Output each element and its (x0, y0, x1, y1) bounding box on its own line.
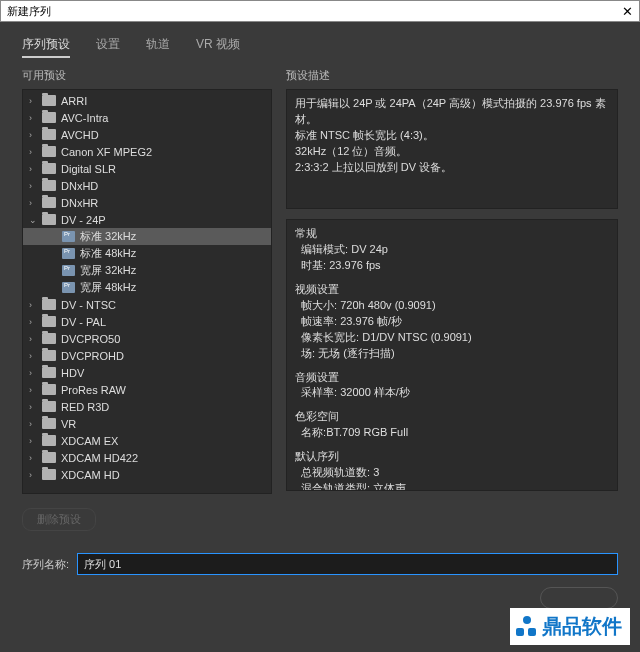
watermark: 鼎品软件 (510, 608, 630, 645)
tree-folder[interactable]: ›DV - NTSC (23, 296, 271, 313)
tree-item-label: DV - NTSC (61, 299, 116, 311)
tree-item-label: DVCPRO50 (61, 333, 120, 345)
preset-description-box: 用于编辑以 24P 或 24PA（24P 高级）模式拍摄的 23.976 fps… (286, 89, 618, 209)
chevron-right-icon: › (29, 198, 39, 208)
tree-item-label: Digital SLR (61, 163, 116, 175)
tree-item-label: AVC-Intra (61, 112, 108, 124)
watermark-text: 鼎品软件 (542, 613, 622, 640)
ok-button[interactable] (540, 587, 618, 609)
tab-1[interactable]: 设置 (96, 36, 120, 58)
watermark-logo-icon (516, 616, 538, 638)
tree-folder[interactable]: ›ProRes RAW (23, 381, 271, 398)
tree-folder[interactable]: ›Digital SLR (23, 160, 271, 177)
tree-item-label: AVCHD (61, 129, 99, 141)
tree-preset[interactable]: 标准 48kHz (23, 245, 271, 262)
tree-folder[interactable]: ›DNxHD (23, 177, 271, 194)
description-line: 用于编辑以 24P 或 24PA（24P 高级）模式拍摄的 23.976 fps… (295, 96, 609, 128)
chevron-right-icon: › (29, 317, 39, 327)
detail-group: 视频设置 帧大小: 720h 480v (0.9091) 帧速率: 23.976… (295, 282, 609, 362)
description-line: 标准 NTSC 帧长宽比 (4:3)。 (295, 128, 609, 144)
detail-heading: 视频设置 (295, 282, 609, 298)
tree-folder[interactable]: ›DVCPROHD (23, 347, 271, 364)
tree-preset[interactable]: 标准 32kHz (23, 228, 271, 245)
tree-item-label: ARRI (61, 95, 87, 107)
folder-icon (42, 112, 56, 123)
folder-icon (42, 129, 56, 140)
chevron-right-icon: › (29, 470, 39, 480)
close-icon[interactable]: ✕ (622, 4, 633, 19)
folder-icon (42, 146, 56, 157)
description-line: 2:3:3:2 上拉以回放到 DV 设备。 (295, 160, 609, 176)
detail-heading: 色彩空间 (295, 409, 609, 425)
chevron-right-icon: › (29, 113, 39, 123)
tree-item-label: DV - 24P (61, 214, 106, 226)
tree-item-label: DVCPROHD (61, 350, 124, 362)
folder-icon (42, 350, 56, 361)
detail-line: 场: 无场 (逐行扫描) (295, 346, 609, 362)
folder-icon (42, 401, 56, 412)
preset-details-box: 常规 编辑模式: DV 24p 时基: 23.976 fps视频设置 帧大小: … (286, 219, 618, 491)
detail-group: 默认序列 总视频轨道数: 3 混合轨道类型: 立体声 音频轨道: (295, 449, 609, 491)
tree-folder[interactable]: ›AVC-Intra (23, 109, 271, 126)
tree-item-label: XDCAM HD422 (61, 452, 138, 464)
tree-folder[interactable]: ›AVCHD (23, 126, 271, 143)
detail-line: 名称:BT.709 RGB Full (295, 425, 609, 441)
folder-icon (42, 367, 56, 378)
tab-0[interactable]: 序列预设 (22, 36, 70, 58)
tree-item-label: XDCAM EX (61, 435, 118, 447)
preset-icon (62, 231, 75, 242)
chevron-right-icon: › (29, 351, 39, 361)
folder-icon (42, 95, 56, 106)
detail-line: 总视频轨道数: 3 (295, 465, 609, 481)
folder-icon (42, 452, 56, 463)
tree-folder[interactable]: ›XDCAM EX (23, 432, 271, 449)
tree-folder[interactable]: ›DVCPRO50 (23, 330, 271, 347)
tree-folder[interactable]: ›Canon XF MPEG2 (23, 143, 271, 160)
tab-3[interactable]: VR 视频 (196, 36, 240, 58)
tree-folder[interactable]: ›DV - PAL (23, 313, 271, 330)
tree-item-label: DNxHR (61, 197, 98, 209)
tree-folder[interactable]: ›VR (23, 415, 271, 432)
tree-preset[interactable]: 宽屏 32kHz (23, 262, 271, 279)
folder-icon (42, 316, 56, 327)
tree-preset[interactable]: 宽屏 48kHz (23, 279, 271, 296)
tree-folder[interactable]: ›HDV (23, 364, 271, 381)
chevron-right-icon: › (29, 385, 39, 395)
folder-icon (42, 418, 56, 429)
tree-folder[interactable]: ⌄DV - 24P (23, 211, 271, 228)
folder-icon (42, 435, 56, 446)
tree-folder[interactable]: ›RED R3D (23, 398, 271, 415)
detail-heading: 音频设置 (295, 370, 609, 386)
tree-folder[interactable]: ›XDCAM HD422 (23, 449, 271, 466)
chevron-right-icon: › (29, 164, 39, 174)
tree-folder[interactable]: ›XDCAM HD (23, 466, 271, 483)
detail-line: 时基: 23.976 fps (295, 258, 609, 274)
chevron-down-icon: ⌄ (29, 215, 39, 225)
preset-tree[interactable]: ›ARRI›AVC-Intra›AVCHD›Canon XF MPEG2›Dig… (22, 89, 272, 494)
folder-icon (42, 333, 56, 344)
chevron-right-icon: › (29, 453, 39, 463)
tree-item-label: XDCAM HD (61, 469, 120, 481)
preset-icon (62, 265, 75, 276)
chevron-right-icon: › (29, 181, 39, 191)
tree-item-label: HDV (61, 367, 84, 379)
tree-folder[interactable]: ›DNxHR (23, 194, 271, 211)
tab-bar: 序列预设设置轨道VR 视频 (0, 22, 640, 68)
tree-item-label: 宽屏 32kHz (80, 263, 136, 278)
tree-folder[interactable]: ›ARRI (23, 92, 271, 109)
tree-item-label: DNxHD (61, 180, 98, 192)
chevron-right-icon: › (29, 130, 39, 140)
chevron-right-icon: › (29, 436, 39, 446)
sequence-name-label: 序列名称: (22, 557, 69, 572)
detail-line: 像素长宽比: D1/DV NTSC (0.9091) (295, 330, 609, 346)
tree-item-label: 标准 32kHz (80, 229, 136, 244)
chevron-right-icon: › (29, 96, 39, 106)
tree-item-label: VR (61, 418, 76, 430)
tab-2[interactable]: 轨道 (146, 36, 170, 58)
folder-icon (42, 469, 56, 480)
available-presets-label: 可用预设 (22, 68, 272, 83)
detail-heading: 常规 (295, 226, 609, 242)
sequence-name-input[interactable] (77, 553, 618, 575)
detail-group: 常规 编辑模式: DV 24p 时基: 23.976 fps (295, 226, 609, 274)
detail-line: 混合轨道类型: 立体声 (295, 481, 609, 491)
